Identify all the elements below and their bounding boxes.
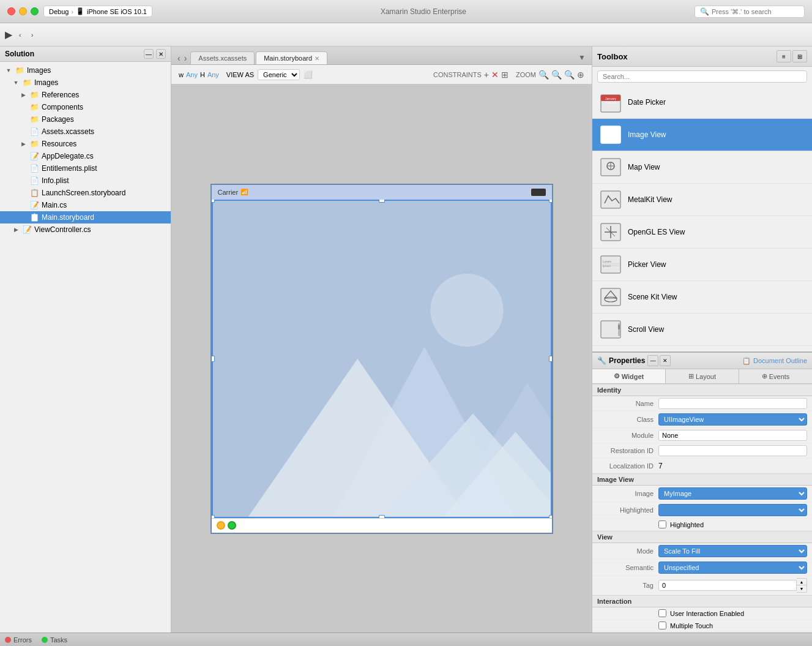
- errors-status: Errors: [5, 636, 32, 644]
- tree-item-images[interactable]: ▼ 📁 Images: [0, 77, 171, 89]
- semantic-select[interactable]: Unspecified: [658, 561, 807, 574]
- titlebar-search[interactable]: 🔍: [695, 6, 805, 18]
- h-any-button[interactable]: Any: [207, 71, 219, 78]
- tree-item-main-cs[interactable]: 📝 Main.cs: [0, 199, 171, 211]
- toolbox-item-scene-kit-view[interactable]: Scene Kit View: [592, 281, 812, 314]
- tree-item-references[interactable]: ▶ 📁 References: [0, 89, 171, 101]
- back-button[interactable]: ‹: [16, 29, 24, 40]
- tree-item-launchscreen[interactable]: 📋 LaunchScreen.storyboard: [0, 187, 171, 199]
- toolbox-grid-view-button[interactable]: ⊞: [792, 50, 807, 62]
- tag-increment-button[interactable]: ▲: [797, 579, 806, 585]
- tree-item-appdelegate[interactable]: 📝 AppDelegate.cs: [0, 150, 171, 162]
- mode-select[interactable]: Scale To Fill: [658, 545, 807, 557]
- tree-item-images-root[interactable]: ▼ 📁 Images: [0, 64, 171, 77]
- tab-close-icon[interactable]: ✕: [315, 55, 319, 62]
- tree-item-assets[interactable]: 📄 Assets.xcassets: [0, 126, 171, 138]
- props-close-button[interactable]: ✕: [660, 355, 671, 366]
- folder-icon: 📁: [29, 139, 39, 149]
- name-input[interactable]: [658, 398, 807, 409]
- tab-layout[interactable]: ⊞ Layout: [666, 369, 739, 383]
- tab-overflow-button[interactable]: ▼: [575, 51, 589, 64]
- tree-item-label: Images: [27, 66, 51, 75]
- storyboard-icon: 📋: [29, 188, 39, 198]
- restoration-input[interactable]: [658, 445, 807, 456]
- tree-item-entitlements[interactable]: 📄 Entitlements.plist: [0, 162, 171, 175]
- tab-forward-button[interactable]: ›: [183, 52, 188, 64]
- tree-toggle-spacer: [20, 214, 27, 221]
- w-any-button[interactable]: Any: [186, 71, 198, 78]
- sidebar-close-button[interactable]: ✕: [156, 49, 166, 59]
- purple-folder-icon: 📁: [29, 102, 39, 112]
- mode-label: Mode: [597, 547, 658, 555]
- tree-item-viewcontroller[interactable]: ▶ 📝 ViewController.cs: [0, 223, 171, 236]
- zoom-in-button[interactable]: 🔍: [564, 70, 575, 80]
- search-input[interactable]: [712, 8, 797, 15]
- image-view-icon: [600, 124, 622, 146]
- toolbox-item-map-view[interactable]: Map View: [592, 151, 812, 184]
- props-module-row: Module: [592, 428, 812, 443]
- sidebar-minimize-button[interactable]: —: [144, 49, 154, 59]
- module-input[interactable]: [658, 430, 807, 441]
- tab-events[interactable]: ⊕ Events: [739, 369, 812, 383]
- zoom-out-button[interactable]: 🔍: [538, 70, 549, 80]
- tree-item-resources[interactable]: ▶ 📁 Resources: [0, 138, 171, 150]
- tree-item-label: Assets.xcassets: [42, 127, 94, 136]
- metalkit-view-label: MetalKit View: [628, 195, 672, 204]
- tree-item-info-plist[interactable]: 📄 Info.plist: [0, 175, 171, 187]
- highlighted-checkbox[interactable]: [658, 520, 666, 528]
- handle-top-right[interactable]: [549, 200, 552, 203]
- handle-top-left[interactable]: [212, 200, 215, 203]
- zoom-fit-button[interactable]: ⊕: [577, 70, 584, 80]
- highlighted-select[interactable]: [658, 504, 807, 516]
- props-minimize-button[interactable]: —: [647, 355, 658, 366]
- image-view[interactable]: [212, 200, 552, 518]
- constraint-options-button[interactable]: ⊞: [501, 70, 508, 80]
- tree-item-packages[interactable]: 📁 Packages: [0, 113, 171, 126]
- iphone-screen[interactable]: Carrier 📶: [210, 184, 553, 534]
- toolbox-item-image-view[interactable]: Image View: [592, 119, 812, 151]
- user-interaction-checkbox[interactable]: [658, 609, 666, 617]
- handle-right[interactable]: [549, 356, 552, 362]
- toolbox-item-picker-view[interactable]: Lorem ipsum Picker View: [592, 249, 812, 281]
- toolbox-item-metalkit-view[interactable]: MetalKit View: [592, 184, 812, 216]
- toolbox-item-opengl-view[interactable]: OpenGL ES View: [592, 216, 812, 249]
- tree-toggle: ▶: [12, 226, 20, 233]
- image-view-label: Image View: [628, 130, 666, 139]
- document-outline-button[interactable]: 📋 Document Outline: [742, 357, 807, 365]
- maximize-button[interactable]: [31, 7, 39, 15]
- canvas[interactable]: Carrier 📶: [171, 85, 592, 633]
- tag-decrement-button[interactable]: ▼: [797, 585, 806, 592]
- toolbox-item-date-picker[interactable]: January February Date Picker: [592, 86, 812, 119]
- tag-input[interactable]: [658, 580, 797, 591]
- minimize-button[interactable]: [19, 7, 27, 15]
- toolbox-search-input[interactable]: [597, 70, 807, 83]
- forward-button[interactable]: ›: [28, 29, 37, 40]
- tab-main-storyboard[interactable]: Main.storyboard ✕: [256, 51, 327, 64]
- close-button[interactable]: [7, 7, 15, 15]
- tab-widget[interactable]: ⚙ Widget: [592, 369, 666, 383]
- tasks-dot-icon: [42, 637, 48, 643]
- constraints-group: CONSTRAINTS + ✕ ⊞: [433, 70, 508, 80]
- remove-constraint-button[interactable]: ✕: [491, 70, 499, 80]
- toolbox-item-scroll-view[interactable]: Scroll View: [592, 314, 812, 346]
- tree-toggle: ▼: [5, 67, 12, 74]
- device-select[interactable]: Generic: [258, 69, 300, 80]
- class-select[interactable]: UIImageView: [658, 413, 807, 426]
- multiple-touch-checkbox[interactable]: [658, 622, 666, 629]
- tree-item-components[interactable]: 📁 Components: [0, 101, 171, 113]
- handle-top[interactable]: [379, 200, 385, 203]
- tag-value: ▲ ▼: [658, 578, 807, 593]
- tab-assets[interactable]: Assets.xcassets: [190, 51, 255, 64]
- tree-item-main-storyboard[interactable]: 📋 Main.storyboard: [0, 211, 171, 223]
- run-button[interactable]: ▶: [5, 29, 12, 40]
- handle-bottom-right[interactable]: [549, 515, 552, 518]
- zoom-reset-button[interactable]: 🔍: [551, 70, 562, 80]
- tab-back-button[interactable]: ‹: [176, 52, 182, 64]
- handle-bottom-left[interactable]: [212, 515, 215, 518]
- toolbox-list-view-button[interactable]: ≡: [777, 50, 791, 62]
- handle-left[interactable]: [212, 356, 215, 362]
- image-select[interactable]: MyImage: [658, 487, 807, 500]
- handle-bottom[interactable]: [379, 515, 385, 518]
- tree-toggle-spacer: [20, 165, 27, 172]
- add-constraint-button[interactable]: +: [484, 70, 489, 80]
